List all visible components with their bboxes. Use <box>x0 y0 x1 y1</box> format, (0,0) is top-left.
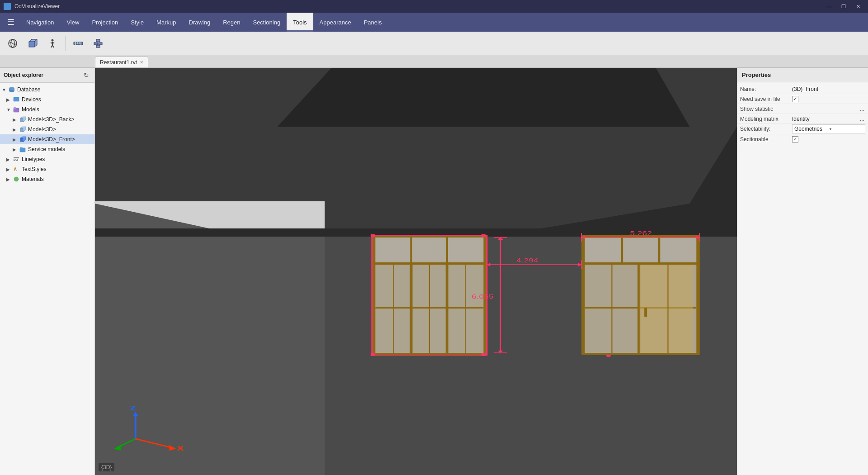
property-label-name: Name: <box>740 86 792 92</box>
tree-arrow-linetypes: ▶ <box>6 157 13 162</box>
model-back-icon <box>19 116 26 123</box>
tree-label-database: Database <box>17 86 93 93</box>
window-controls: — ❐ ✕ <box>823 1 864 11</box>
tree-arrow-materials: ▶ <box>6 177 13 182</box>
orbit-button[interactable] <box>4 34 22 52</box>
menu-regen[interactable]: Regen <box>217 13 246 32</box>
tree-node-materials[interactable]: ▶ Materials <box>0 174 94 184</box>
property-label-sectionable: Sectionable <box>740 136 792 142</box>
service-models-icon <box>19 146 26 153</box>
close-button[interactable]: ✕ <box>852 1 864 11</box>
properties-title: Properties <box>737 68 868 82</box>
model-3d-icon <box>19 126 26 133</box>
properties-body: Name: Need save in file ✓ Show statistic… <box>737 82 868 146</box>
selectability-dropdown-arrow: ▼ <box>829 127 863 131</box>
tab-restaurant[interactable]: Restaurant1.rvt ✕ <box>95 57 148 67</box>
property-label-show-statistic: Show statistic <box>740 106 792 112</box>
textstyles-icon: A <box>13 166 20 173</box>
model-front-icon <box>19 136 26 143</box>
svg-rect-68 <box>585 238 697 262</box>
svg-point-39 <box>14 177 19 181</box>
tree-label-model-back: Model<3D>_Back> <box>28 116 93 123</box>
menu-drawing[interactable]: Drawing <box>182 13 217 32</box>
modeling-matrix-input[interactable] <box>792 116 857 122</box>
svg-marker-42 <box>278 68 690 127</box>
svg-rect-34 <box>20 147 23 148</box>
measure-button[interactable] <box>69 34 87 52</box>
menu-style[interactable]: Style <box>124 13 150 32</box>
linetypes-icon <box>13 156 20 163</box>
svg-rect-65 <box>481 353 486 356</box>
property-value-modeling-matrix: ... <box>792 116 865 122</box>
menu-markup[interactable]: Markup <box>150 13 182 32</box>
toolbar <box>0 32 868 55</box>
tree-node-textstyles[interactable]: ▶ A TextStyles <box>0 164 94 174</box>
property-row-show-statistic: Show statistic ... <box>737 104 868 114</box>
tree-node-linetypes[interactable]: ▶ Linetypes <box>0 154 94 164</box>
viewport[interactable]: 4.294 5.262 6.055 Z <box>95 68 737 475</box>
selectability-dropdown[interactable]: Geometries ▼ <box>792 124 865 133</box>
tree-label-service-models: Service models <box>28 146 93 152</box>
explode-button[interactable] <box>89 34 107 52</box>
maximize-button[interactable]: ❐ <box>837 1 850 11</box>
titlebar: OdVisualizeViewer — ❐ ✕ <box>0 0 868 13</box>
selectability-value: Geometries <box>794 126 829 132</box>
minimize-button[interactable]: — <box>823 1 835 11</box>
svg-text:Z: Z <box>130 404 136 412</box>
explorer-header: Object explorer ↻ <box>0 68 94 83</box>
tree-arrow-textstyles: ▶ <box>6 167 13 172</box>
menu-tools[interactable]: Tools <box>287 13 313 32</box>
refresh-button[interactable]: ↻ <box>82 71 91 80</box>
modeling-matrix-dots-button[interactable]: ... <box>859 116 865 122</box>
tree-node-devices[interactable]: ▶ Devices <box>0 95 94 104</box>
svg-line-10 <box>52 45 54 48</box>
tree-node-model-front[interactable]: ▶ Model<3D>_Front> <box>0 134 94 144</box>
materials-icon <box>13 176 20 183</box>
properties-panel: Properties Name: Need save in file ✓ Sho… <box>737 68 868 475</box>
toolbar-separator-1 <box>65 36 66 51</box>
property-label-selectability: Selectability: <box>740 126 792 132</box>
tree-node-model-3d[interactable]: ▶ Model<3D> <box>0 124 94 134</box>
name-input[interactable] <box>792 86 865 92</box>
tree-arrow-model-front: ▶ <box>13 137 19 142</box>
view-cube-button[interactable] <box>24 34 42 52</box>
menu-sectioning[interactable]: Sectioning <box>246 13 287 32</box>
object-explorer-panel: Object explorer ↻ ▼ Database ▶ Devices <box>0 68 95 475</box>
database-icon <box>8 86 15 93</box>
sectionable-checkbox[interactable]: ✓ <box>792 136 798 142</box>
svg-rect-33 <box>20 148 25 152</box>
menu-panels[interactable]: Panels <box>358 13 388 32</box>
tree-arrow-devices: ▶ <box>6 97 13 102</box>
hamburger-menu[interactable]: ☰ <box>2 13 20 32</box>
tree-label-model-front: Model<3D>_Front> <box>28 136 93 142</box>
tree-node-model-back[interactable]: ▶ Model<3D>_Back> <box>0 114 94 124</box>
property-row-modeling-matrix: Modeling matrix ... <box>737 114 868 124</box>
dim-label-2: 5.262 <box>630 230 652 237</box>
svg-rect-11 <box>74 42 83 45</box>
object-tree: ▼ Database ▶ Devices ▼ Models <box>0 83 94 475</box>
tab-close-button[interactable]: ✕ <box>140 60 143 65</box>
tree-label-linetypes: Linetypes <box>22 156 93 162</box>
tree-node-service-models[interactable]: ▶ Service models <box>0 144 94 154</box>
svg-rect-48 <box>375 238 483 262</box>
walk-button[interactable] <box>43 34 61 52</box>
tree-node-models[interactable]: ▼ Models <box>0 104 94 114</box>
property-value-need-save: ✓ <box>792 96 865 102</box>
menu-appearance[interactable]: Appearance <box>313 13 358 32</box>
svg-rect-25 <box>14 108 19 112</box>
tree-arrow-database: ▼ <box>2 87 8 92</box>
property-label-need-save: Need save in file <box>740 96 792 102</box>
tree-arrow-models: ▼ <box>6 107 13 112</box>
need-save-checkbox[interactable]: ✓ <box>792 96 798 102</box>
menu-navigation[interactable]: Navigation <box>20 13 60 32</box>
show-statistic-dots-button[interactable]: ... <box>859 106 865 112</box>
tree-node-database[interactable]: ▼ Database <box>0 85 94 95</box>
svg-rect-75 <box>644 308 647 317</box>
menu-view[interactable]: View <box>60 13 85 32</box>
menubar: ☰ Navigation View Projection Style Marku… <box>0 13 868 32</box>
tree-arrow-model-3d: ▶ <box>13 127 19 132</box>
dim-label-1: 4.294 <box>516 257 538 264</box>
devices-icon <box>13 96 20 103</box>
menu-projection[interactable]: Projection <box>85 13 124 32</box>
dim-label-3: 6.055 <box>472 293 494 300</box>
